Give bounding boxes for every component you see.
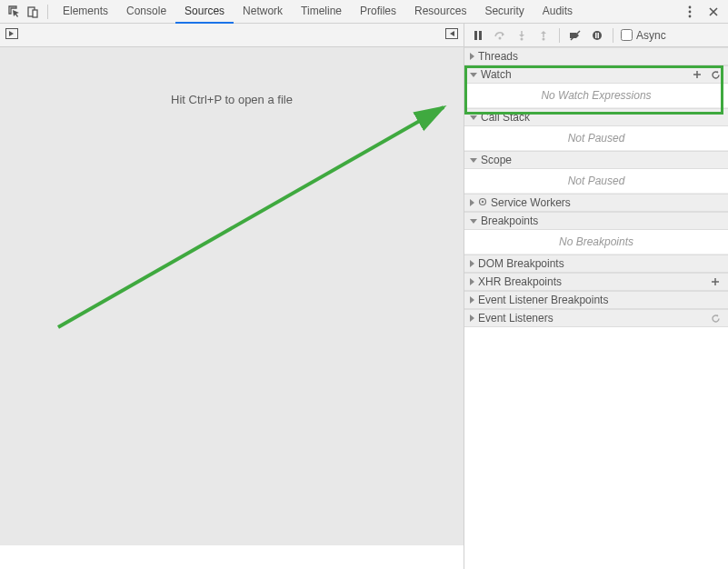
section-label: Event Listeners (478, 312, 553, 324)
chevron-right-icon (470, 260, 474, 267)
breakpoints-section-body: No Breakpoints (464, 230, 728, 255)
panel-tab-security[interactable]: Security (475, 0, 533, 24)
scope-section-header[interactable]: Scope (464, 151, 728, 169)
watch-section-body: No Watch Expressions (464, 84, 728, 108)
panel-tab-network[interactable]: Network (234, 0, 292, 24)
svg-point-10 (521, 37, 524, 40)
chevron-right-icon (470, 314, 474, 322)
section-label: Breakpoints (481, 215, 538, 227)
panel-tab-console[interactable]: Console (117, 0, 175, 24)
sources-editor-pane: Hit Ctrl+P to open a file (0, 24, 464, 569)
svg-rect-7 (474, 31, 477, 40)
step-out-icon[interactable] (534, 26, 553, 45)
add-watch-icon[interactable] (690, 67, 704, 82)
chevron-right-icon (470, 296, 474, 304)
refresh-watch-icon[interactable] (708, 67, 723, 82)
toolbar-separator (47, 5, 48, 19)
panel-tab-timeline[interactable]: Timeline (292, 0, 351, 24)
async-checkbox-input[interactable] (621, 29, 633, 41)
chevron-down-icon (470, 219, 477, 224)
editor-bottom-pad (0, 545, 464, 569)
device-icon[interactable] (24, 3, 42, 21)
chevron-down-icon (470, 115, 477, 120)
svg-point-16 (482, 201, 484, 203)
panel-tab-resources[interactable]: Resources (405, 0, 475, 24)
deactivate-breakpoints-icon[interactable] (565, 26, 585, 45)
editor-toolbar (0, 24, 464, 47)
panel-tab-audits[interactable]: Audits (534, 0, 582, 24)
svg-rect-8 (479, 31, 482, 40)
svg-point-4 (689, 15, 692, 17)
kebab-menu-icon[interactable] (681, 3, 699, 21)
section-label: Threads (478, 50, 518, 63)
svg-point-12 (593, 31, 602, 40)
section-label: Watch (481, 68, 512, 81)
chevron-right-icon (470, 278, 474, 285)
show-debugger-icon[interactable] (445, 28, 458, 42)
debugger-pane: Async Threads Watch No Watch Expressions… (464, 24, 728, 569)
close-icon[interactable] (704, 3, 723, 21)
event-listener-breakpoints-section-header[interactable]: Event Listener Breakpoints (464, 291, 728, 309)
svg-point-3 (689, 10, 692, 13)
svg-rect-1 (33, 10, 37, 17)
section-label: Service Workers (491, 196, 571, 209)
debug-toolbar-sep (613, 28, 613, 43)
section-label: Call Stack (481, 111, 530, 124)
call-stack-section-body: Not Paused (464, 126, 728, 151)
event-listeners-section-header[interactable]: Event Listeners (464, 309, 728, 327)
panel-tab-elements[interactable]: Elements (54, 0, 117, 24)
call-stack-section-header[interactable]: Call Stack (464, 108, 728, 126)
editor-area: Hit Ctrl+P to open a file (0, 47, 464, 545)
main-split: Hit Ctrl+P to open a file (0, 24, 728, 569)
panel-tab-sources[interactable]: Sources (175, 0, 234, 24)
debug-toolbar-sep (559, 28, 560, 43)
svg-rect-13 (595, 33, 597, 38)
refresh-event-listeners-icon[interactable] (708, 311, 723, 325)
debug-toolbar: Async (464, 24, 728, 47)
section-label: Event Listener Breakpoints (478, 294, 608, 306)
svg-point-2 (689, 5, 692, 8)
dom-breakpoints-section-header[interactable]: DOM Breakpoints (464, 255, 728, 273)
chevron-right-icon (470, 53, 474, 60)
gear-icon (478, 196, 487, 209)
chevron-down-icon (470, 158, 477, 163)
pause-icon[interactable] (468, 26, 488, 45)
section-label: XHR Breakpoints (478, 275, 562, 288)
pause-on-exceptions-icon[interactable] (587, 26, 607, 45)
section-label: Scope (481, 154, 512, 166)
chevron-right-icon (470, 199, 474, 206)
chevron-down-icon (470, 73, 477, 77)
panel-tabs: ElementsConsoleSourcesNetworkTimelinePro… (54, 0, 582, 24)
watch-section-header[interactable]: Watch (464, 65, 728, 84)
svg-point-11 (543, 37, 545, 40)
add-xhr-breakpoint-icon[interactable] (708, 275, 723, 289)
async-checkbox[interactable]: Async (621, 29, 666, 42)
show-navigator-icon[interactable] (5, 28, 18, 42)
svg-point-9 (499, 36, 502, 39)
xhr-breakpoints-section-header[interactable]: XHR Breakpoints (464, 273, 728, 291)
breakpoints-section-header[interactable]: Breakpoints (464, 212, 728, 230)
open-file-hint: Hit Ctrl+P to open a file (0, 93, 464, 106)
threads-section-header[interactable]: Threads (464, 47, 728, 65)
panel-tab-profiles[interactable]: Profiles (351, 0, 405, 24)
async-checkbox-label: Async (636, 29, 666, 42)
step-over-icon[interactable] (490, 26, 510, 45)
service-workers-section-header[interactable]: Service Workers (464, 194, 728, 212)
step-into-icon[interactable] (512, 26, 532, 45)
inspect-icon[interactable] (5, 3, 24, 21)
main-toolbar: ElementsConsoleSourcesNetworkTimelinePro… (0, 0, 728, 24)
svg-rect-14 (598, 33, 600, 38)
scope-section-body: Not Paused (464, 169, 728, 194)
section-label: DOM Breakpoints (478, 257, 564, 270)
